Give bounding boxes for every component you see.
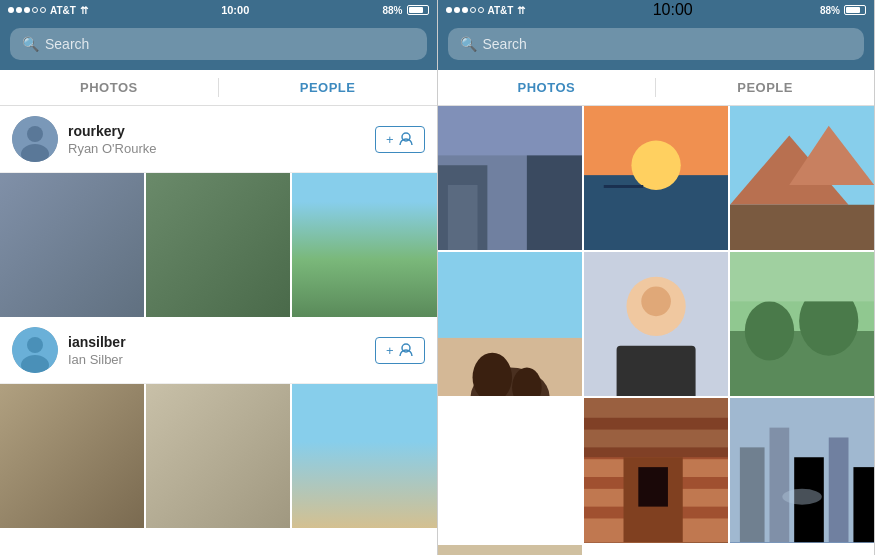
- svg-point-16: [631, 141, 680, 190]
- follow-btn-iansilber[interactable]: +: [375, 337, 425, 364]
- photo-mountain-svg: [730, 106, 874, 250]
- fullname-iansilber: Ian Silber: [68, 352, 375, 367]
- status-left-right: AT&T ⇈: [446, 5, 526, 16]
- status-bar-right: AT&T ⇈ 10:00 88%: [438, 0, 875, 20]
- battery-fill-right: [846, 7, 860, 13]
- dot4: [32, 7, 38, 13]
- search-bar-right[interactable]: 🔍 Search: [448, 28, 865, 60]
- svg-point-33: [745, 302, 794, 361]
- photo-cityscape[interactable]: [730, 398, 874, 542]
- avatar-svg-rourkery: [12, 116, 58, 162]
- status-left: AT&T ⇈: [8, 5, 88, 16]
- photo-frenchbulldog[interactable]: [438, 545, 582, 555]
- avatar-iansilber: [12, 327, 58, 373]
- photo-brick-svg: [584, 398, 728, 542]
- rdot2: [454, 7, 460, 13]
- search-placeholder-right: Search: [483, 36, 527, 52]
- photo-cell-hiking[interactable]: [292, 173, 436, 317]
- svg-rect-41: [584, 398, 728, 457]
- battery-pct-left: 88%: [382, 5, 402, 16]
- svg-rect-48: [829, 438, 849, 543]
- photo-cell-steps[interactable]: [0, 173, 144, 317]
- photo-dog-svg: [438, 252, 582, 396]
- photo-cell-highway[interactable]: [146, 384, 290, 528]
- search-icon-left: 🔍: [22, 36, 39, 52]
- search-bar-area-left[interactable]: 🔍 Search: [0, 20, 437, 70]
- username-iansilber: iansilber: [68, 334, 375, 350]
- wifi-icon-right: ⇈: [517, 5, 525, 16]
- fullname-rourkery: Ryan O'Rourke: [68, 141, 375, 156]
- photo-dog-large[interactable]: [438, 252, 582, 396]
- search-placeholder-left: Search: [45, 36, 89, 52]
- photo-cityscape-svg: [730, 398, 874, 542]
- rdot3: [462, 7, 468, 13]
- time-right: 10:00: [525, 1, 820, 19]
- dot1: [8, 7, 14, 13]
- photo-brick[interactable]: [584, 398, 728, 542]
- photo-portrait[interactable]: [584, 252, 728, 396]
- photo-portrait-svg: [584, 252, 728, 396]
- photo-mountain[interactable]: [730, 106, 874, 250]
- photo-park[interactable]: [730, 252, 874, 396]
- rdot5: [478, 7, 484, 13]
- tab-photos-right[interactable]: PHOTOS: [438, 70, 656, 105]
- tabs-left: PHOTOS PEOPLE: [0, 70, 437, 106]
- carrier-right: AT&T: [488, 5, 514, 16]
- svg-rect-46: [769, 428, 789, 543]
- svg-rect-11: [447, 185, 477, 250]
- photo-grid-iansilber: [0, 384, 437, 528]
- svg-rect-17: [603, 185, 642, 188]
- svg-rect-10: [526, 145, 581, 250]
- person-info-rourkery: rourkery Ryan O'Rourke: [68, 123, 375, 156]
- svg-rect-51: [438, 545, 582, 555]
- dot3: [24, 7, 30, 13]
- tab-people-left[interactable]: PEOPLE: [219, 70, 437, 105]
- photo-cell-frame[interactable]: [146, 173, 290, 317]
- dot5: [40, 7, 46, 13]
- photo-cell-house[interactable]: [0, 384, 144, 528]
- username-rourkery: rourkery: [68, 123, 375, 139]
- photos-grid-right: [438, 106, 875, 555]
- svg-rect-29: [616, 346, 695, 396]
- status-bar-left: AT&T ⇈ 10:00 88%: [0, 0, 437, 20]
- photo-sunset-svg: [584, 106, 728, 250]
- svg-rect-43: [638, 467, 668, 506]
- svg-rect-45: [740, 448, 765, 543]
- svg-rect-21: [730, 205, 874, 250]
- status-right-right: 88%: [820, 5, 866, 16]
- tabs-right: PHOTOS PEOPLE: [438, 70, 875, 106]
- wifi-icon-left: ⇈: [80, 5, 88, 16]
- battery-icon-left: [407, 5, 429, 15]
- photo-sunset[interactable]: [584, 106, 728, 250]
- signal-dots: [8, 7, 46, 13]
- follow-plus-iansilber: +: [386, 343, 394, 358]
- photo-frenchbulldog-svg: [438, 545, 582, 555]
- follow-plus-rourkery: +: [386, 132, 394, 147]
- follow-person-icon-rourkery: [398, 132, 414, 146]
- svg-rect-35: [730, 252, 874, 301]
- left-phone-panel: AT&T ⇈ 10:00 88% 🔍 Search PHOTOS PEOPLE: [0, 0, 438, 555]
- follow-btn-rourkery[interactable]: +: [375, 126, 425, 153]
- photo-cell-beach[interactable]: [292, 384, 436, 528]
- time-left: 10:00: [88, 4, 383, 16]
- photo-park-svg: [730, 252, 874, 396]
- svg-point-50: [782, 489, 821, 505]
- person-info-iansilber: iansilber Ian Silber: [68, 334, 375, 367]
- photo-urban[interactable]: [438, 106, 582, 250]
- search-icon-right: 🔍: [460, 36, 477, 52]
- tab-photos-left[interactable]: PHOTOS: [0, 70, 218, 105]
- tab-people-right[interactable]: PEOPLE: [656, 70, 874, 105]
- avatar-circle-rourkery: [12, 116, 58, 162]
- photo-urban-svg: [438, 106, 582, 250]
- svg-point-30: [641, 287, 671, 317]
- person-row-iansilber: iansilber Ian Silber +: [0, 317, 437, 384]
- person-row-rourkery: rourkery Ryan O'Rourke +: [0, 106, 437, 173]
- rdot1: [446, 7, 452, 13]
- people-content-left: rourkery Ryan O'Rourke +: [0, 106, 437, 555]
- svg-rect-12: [438, 106, 582, 155]
- photo-grid-rourkery: [0, 173, 437, 317]
- search-bar-left[interactable]: 🔍 Search: [10, 28, 427, 60]
- rdot4: [470, 7, 476, 13]
- follow-person-icon-iansilber: [398, 343, 414, 357]
- search-bar-area-right[interactable]: 🔍 Search: [438, 20, 875, 70]
